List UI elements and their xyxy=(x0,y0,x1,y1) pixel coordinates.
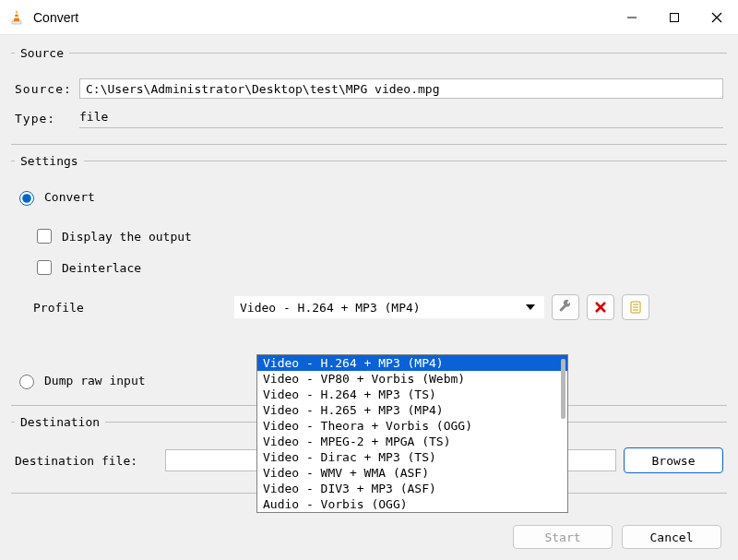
dump-raw-label: Dump raw input xyxy=(44,374,146,387)
convert-label: Convert xyxy=(44,190,95,204)
edit-profile-button[interactable] xyxy=(552,294,579,320)
dropdown-item[interactable]: Video - Theora + Vorbis (OGG) xyxy=(257,418,567,434)
source-path: C:\Users\Administrator\Desktop\test\MPG … xyxy=(79,78,723,99)
dump-raw-radio[interactable] xyxy=(19,375,34,389)
profile-dropdown[interactable]: Video - H.264 + MP3 (MP4) Video - VP80 +… xyxy=(256,354,568,513)
dropdown-item[interactable]: Video - Dirac + MP3 (TS) xyxy=(257,449,567,465)
x-icon xyxy=(594,301,607,314)
svg-rect-5 xyxy=(671,13,679,21)
deinterlace-label: Deinterlace xyxy=(62,261,141,275)
source-label: Source: xyxy=(15,82,79,96)
delete-profile-button[interactable] xyxy=(587,294,614,320)
minimize-button[interactable] xyxy=(611,0,653,35)
type-value: file xyxy=(79,108,723,128)
new-profile-button[interactable] xyxy=(622,294,649,320)
wrench-icon xyxy=(558,300,573,315)
cancel-button[interactable]: Cancel xyxy=(622,525,721,549)
profile-label: Profile xyxy=(33,301,227,315)
dropdown-item[interactable]: Video - H.265 + MP3 (MP4) xyxy=(257,402,567,418)
new-file-icon xyxy=(628,300,643,315)
dropdown-item[interactable]: Audio - Vorbis (OGG) xyxy=(257,496,567,512)
dropdown-item[interactable]: Video - WMV + WMA (ASF) xyxy=(257,465,567,481)
settings-legend: Settings xyxy=(15,154,84,168)
deinterlace-checkbox[interactable] xyxy=(37,260,52,275)
svg-rect-1 xyxy=(12,21,21,24)
dropdown-item[interactable]: Video - MPEG-2 + MPGA (TS) xyxy=(257,434,567,449)
footer-buttons: Start Cancel xyxy=(513,525,721,549)
source-legend: Source xyxy=(15,46,69,60)
svg-marker-0 xyxy=(14,10,20,21)
profile-selected-text: Video - H.264 + MP3 (MP4) xyxy=(240,301,421,315)
close-button[interactable] xyxy=(696,0,738,35)
maximize-button[interactable] xyxy=(653,0,696,35)
dropdown-item[interactable]: Video - H.264 + MP3 (TS) xyxy=(257,387,567,402)
browse-button[interactable]: Browse xyxy=(624,447,723,473)
convert-radio[interactable] xyxy=(19,191,34,206)
vlc-icon xyxy=(7,8,26,27)
dropdown-item[interactable]: Video - H.264 + MP3 (MP4) xyxy=(257,355,567,371)
dropdown-item[interactable]: Video - VP80 + Vorbis (Webm) xyxy=(257,371,567,387)
window-title: Convert xyxy=(33,10,611,25)
dropdown-item[interactable]: Video - DIV3 + MP3 (ASF) xyxy=(257,481,567,496)
title-bar: Convert xyxy=(0,0,738,35)
destination-file-label: Destination file: xyxy=(15,454,158,468)
profile-select[interactable]: Video - H.264 + MP3 (MP4) xyxy=(234,296,544,318)
display-output-checkbox[interactable] xyxy=(37,229,52,244)
display-output-label: Display the output xyxy=(62,230,192,244)
svg-rect-3 xyxy=(14,17,19,18)
start-button[interactable]: Start xyxy=(513,525,613,549)
chevron-down-icon xyxy=(526,304,535,310)
svg-rect-2 xyxy=(15,13,18,15)
type-label: Type: xyxy=(15,112,79,125)
destination-legend: Destination xyxy=(15,415,105,429)
source-group: Source Source: C:\Users\Administrator\De… xyxy=(11,46,727,145)
